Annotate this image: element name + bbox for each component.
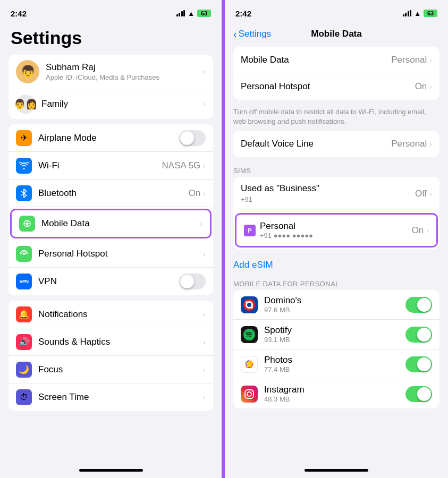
notifications-row[interactable]: 🔔 Notifications › xyxy=(9,301,213,328)
airplane-label: Airplane Mode xyxy=(38,133,179,143)
home-bar-left xyxy=(79,469,143,472)
family-label: Family xyxy=(41,99,203,109)
instagram-name: Instagram xyxy=(264,385,405,395)
business-sim-row[interactable]: Used as "Business"+91 Off › xyxy=(233,177,439,211)
page-title-left: Settings xyxy=(0,23,222,55)
time-left: 2:42 xyxy=(11,9,27,18)
bluetooth-row[interactable]: Bluetooth On › xyxy=(9,180,213,207)
back-button[interactable]: ‹ Settings xyxy=(233,28,271,40)
hotspot-chevron: › xyxy=(203,250,206,258)
vpn-row[interactable]: VPN VPN xyxy=(9,268,213,295)
mobile-data-right-label: Mobile Data xyxy=(241,55,391,65)
wifi-chevron: › xyxy=(203,161,206,170)
notifications-label: Notifications xyxy=(38,309,203,320)
family-text: Family xyxy=(41,99,203,109)
airplane-mode-row[interactable]: ✈ Airplane Mode xyxy=(9,124,213,152)
sims-section: Used as "Business"+91 Off › P Personal +… xyxy=(233,177,439,249)
business-sim-label: Used as "Business"+91 xyxy=(241,183,415,204)
photos-row[interactable]: Photos 77.4 MB xyxy=(233,349,439,379)
personal-hotspot-row[interactable]: Personal Hotspot › xyxy=(9,240,213,268)
wifi-label: Wi-Fi xyxy=(38,160,162,171)
mobile-data-text: Mobile Data xyxy=(41,218,200,229)
profile-text: Subham Raj Apple ID, iCloud, Media & Pur… xyxy=(46,62,203,81)
signal-icon-right xyxy=(403,10,412,16)
hotspot-text: Personal Hotspot xyxy=(38,249,203,259)
personal-hotspot-right-label: Personal Hotspot xyxy=(241,81,415,92)
personal-sim-value: On xyxy=(412,225,424,236)
family-avatar: 👨‍👩 xyxy=(16,95,35,114)
home-indicator-right xyxy=(225,462,448,478)
battery-icon-right: 63 xyxy=(424,10,437,17)
notifications-icon: 🔔 xyxy=(16,306,32,322)
svg-point-22 xyxy=(252,390,253,391)
mobile-data-right-row[interactable]: Mobile Data Personal › xyxy=(233,47,439,73)
bluetooth-text: Bluetooth xyxy=(38,188,189,199)
personal-sim-row[interactable]: P Personal +91 ●●●● ●●●●● On › xyxy=(235,213,438,247)
profile-chevron: › xyxy=(203,67,206,76)
airplane-toggle[interactable] xyxy=(179,130,206,146)
screen-time-text: Screen Time xyxy=(38,392,203,403)
wifi-row-icon xyxy=(16,158,32,174)
photos-toggle[interactable] xyxy=(405,356,432,372)
status-icons-left: ▲ 63 xyxy=(176,10,211,18)
dominos-row[interactable]: Domino's 97.6 MB xyxy=(233,290,439,320)
vpn-label: VPN xyxy=(38,276,179,287)
svg-point-4 xyxy=(26,223,29,225)
bluetooth-value: On xyxy=(189,188,201,199)
wifi-icon-right: ▲ xyxy=(414,10,421,18)
photos-size: 77.4 MB xyxy=(264,365,405,373)
spotify-row[interactable]: Spotify 93.1 MB xyxy=(233,320,439,349)
battery-icon: 63 xyxy=(197,10,211,17)
family-row[interactable]: 👨‍👩 Family › xyxy=(9,89,213,119)
status-icons-right: ▲ 63 xyxy=(403,10,437,18)
instagram-toggle[interactable] xyxy=(405,386,432,402)
svg-point-9 xyxy=(23,253,25,255)
personal-sim-number: +91 ●●●● ●●●●● xyxy=(260,232,412,240)
personal-sim-text: Personal +91 ●●●● ●●●●● xyxy=(260,221,412,240)
instagram-size: 48.3 MB xyxy=(264,395,405,403)
status-bar-right: 2:42 ▲ 63 xyxy=(225,0,448,23)
airplane-text: Airplane Mode xyxy=(38,133,179,143)
hotspot-label: Personal Hotspot xyxy=(38,249,203,259)
profile-row[interactable]: 👦 Subham Raj Apple ID, iCloud, Media & P… xyxy=(9,55,213,89)
dominos-name: Domino's xyxy=(264,295,405,306)
home-bar-right xyxy=(305,469,368,472)
instagram-row[interactable]: Instagram 48.3 MB xyxy=(233,379,439,408)
wifi-icon: ▲ xyxy=(188,10,195,18)
back-chevron-icon: ‹ xyxy=(233,28,237,40)
focus-icon: 🌙 xyxy=(16,362,32,378)
focus-row[interactable]: 🌙 Focus › xyxy=(9,356,213,383)
screen-time-label: Screen Time xyxy=(38,392,203,403)
top-section: Mobile Data Personal › Personal Hotspot … xyxy=(233,47,439,100)
dominos-size: 97.6 MB xyxy=(264,306,405,314)
dominos-icon xyxy=(241,296,258,313)
right-panel: 2:42 ▲ 63 ‹ Settings Mobile Data Mobile … xyxy=(225,0,448,478)
wifi-row[interactable]: Wi-Fi NASA 5G › xyxy=(9,152,213,180)
notifications-text: Notifications xyxy=(38,309,203,320)
airplane-mode-icon: ✈ xyxy=(16,130,32,146)
photos-icon xyxy=(241,356,258,373)
add-esim-button[interactable]: Add eSIM xyxy=(225,254,448,276)
mobile-data-row[interactable]: Mobile Data › xyxy=(10,209,212,238)
personal-hotspot-right-row[interactable]: Personal Hotspot On › xyxy=(233,73,439,100)
spotify-name: Spotify xyxy=(264,325,405,336)
back-label: Settings xyxy=(239,29,271,39)
dominos-text: Domino's 97.6 MB xyxy=(264,295,405,314)
wifi-text: Wi-Fi xyxy=(38,160,162,171)
vpn-toggle[interactable] xyxy=(179,274,206,289)
bluetooth-icon xyxy=(16,185,32,201)
mobile-data-icon xyxy=(19,216,35,232)
apps-section-label: MOBILE DATA FOR PERSONAL xyxy=(225,276,448,290)
spotify-size: 93.1 MB xyxy=(264,336,405,344)
screen-time-row[interactable]: ⏱ Screen Time › xyxy=(9,383,213,411)
signal-icon xyxy=(176,10,185,16)
second-settings-section: 🔔 Notifications › 🔊 Sounds & Haptics › 🌙… xyxy=(9,301,213,411)
dominos-toggle[interactable] xyxy=(405,297,432,313)
profile-section: 👦 Subham Raj Apple ID, iCloud, Media & P… xyxy=(9,55,213,119)
sounds-row[interactable]: 🔊 Sounds & Haptics › xyxy=(9,328,213,356)
spotify-icon xyxy=(241,326,258,343)
default-voice-row[interactable]: Default Voice Line Personal › xyxy=(233,131,439,157)
spotify-toggle[interactable] xyxy=(405,327,432,343)
vpn-icon: VPN xyxy=(16,274,32,289)
notifications-chevron: › xyxy=(203,310,206,319)
